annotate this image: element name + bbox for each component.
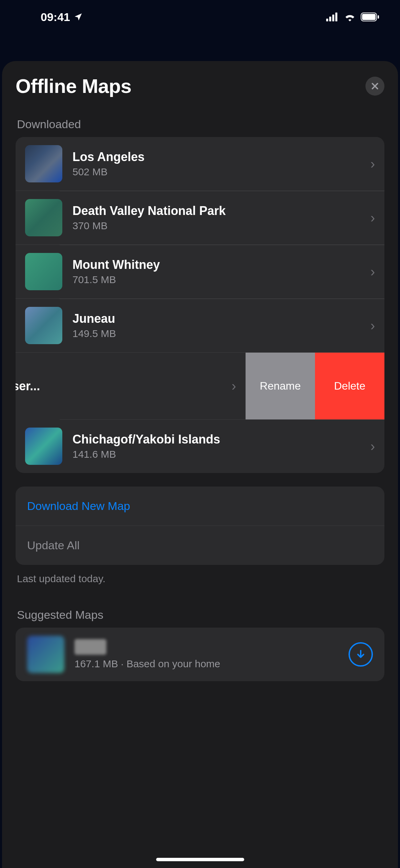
chevron-right-icon: › [228,378,236,394]
download-button[interactable] [349,642,373,667]
map-row-chichagof[interactable]: Chichagof/Yakobi Islands 141.6 MB › [16,419,384,473]
map-name: Chichagof/Yakobi Islands [72,432,367,447]
delete-button[interactable]: Delete [315,353,384,419]
map-thumbnail [25,307,62,344]
svg-rect-3 [335,13,337,21]
status-time: 09:41 [41,11,70,24]
map-thumbnail [27,636,64,673]
chevron-right-icon: › [367,210,375,225]
map-row-mount-whitney[interactable]: Mount Whitney 701.5 MB › [16,244,384,298]
last-updated-label: Last updated today. [2,565,398,585]
update-all-button[interactable]: Update All [16,526,384,565]
map-name: Mount Whitney [72,258,367,272]
status-bar: 09:41 [0,0,400,34]
download-new-map-button[interactable]: Download New Map [16,487,384,526]
suggested-section-label: Suggested Maps [2,608,398,628]
map-thumbnail [25,145,62,182]
map-size: 370 MB [72,220,367,232]
svg-rect-2 [332,15,334,21]
downloaded-section-label: Downloaded [2,118,398,137]
svg-rect-5 [362,14,376,20]
map-thumbnail [25,428,62,465]
map-thumbnail [25,253,62,290]
map-name: y National Park & Preser... [16,379,228,393]
battery-icon [361,13,380,21]
map-size: 149.5 MB [72,328,367,339]
redacted-name [75,639,106,655]
map-name: Death Valley National Park [72,204,367,218]
suggested-sub: 167.1 MB · Based on your home [75,658,349,670]
map-name: Juneau [72,312,367,326]
map-row-death-valley[interactable]: Death Valley National Park 370 MB › [16,191,384,244]
map-thumbnail [25,199,62,236]
map-size: 701.5 MB [72,274,367,285]
map-size: 502 MB [72,166,367,178]
svg-rect-6 [378,15,379,19]
rename-button[interactable]: Rename [246,353,315,419]
home-indicator[interactable] [156,858,244,861]
chevron-right-icon: › [367,318,375,333]
close-button[interactable] [365,77,384,96]
page-title: Offline Maps [16,75,131,97]
actions-card: Download New Map Update All [16,487,384,565]
svg-rect-1 [329,17,331,21]
map-size: 141.6 MB [72,449,367,460]
offline-maps-sheet: Offline Maps Downloaded Los Angeles 502 … [2,61,398,868]
suggested-map-row[interactable]: 167.1 MB · Based on your home [16,628,384,681]
wifi-icon [344,13,356,21]
svg-rect-0 [326,19,328,21]
download-icon [355,649,366,660]
map-name: Los Angeles [72,150,367,164]
suggested-list: 167.1 MB · Based on your home [16,628,384,681]
map-row-juneau[interactable]: Juneau 149.5 MB › [16,298,384,352]
map-row-los-angeles[interactable]: Los Angeles 502 MB › [16,137,384,191]
chevron-right-icon: › [367,264,375,279]
map-row-swiped[interactable]: y National Park & Preser... › Rename Del… [16,352,384,419]
chevron-right-icon: › [367,156,375,172]
close-icon [371,82,379,91]
location-icon [73,12,83,22]
downloaded-list: Los Angeles 502 MB › Death Valley Nation… [16,137,384,473]
cellular-icon [326,13,339,21]
chevron-right-icon: › [367,439,375,454]
